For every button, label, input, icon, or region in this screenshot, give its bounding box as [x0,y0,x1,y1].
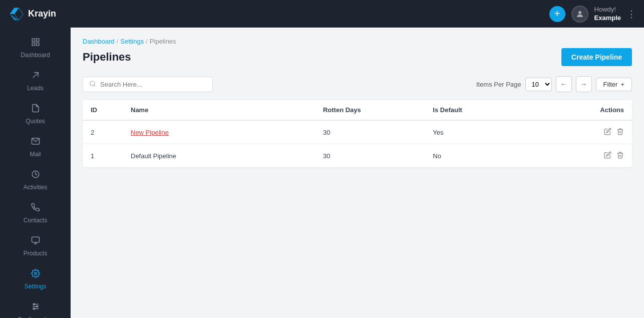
sidebar: Dashboard Leads Quotes Mail Activities [0,28,71,318]
search-icon [89,80,96,89]
contacts-icon [31,203,40,214]
main-layout: Dashboard Leads Quotes Mail Activities [0,28,644,318]
filter-plus-icon: + [620,81,624,88]
header-right: + Howdy! Example ⋮ [549,6,636,23]
col-header-actions: Actions [535,100,632,120]
sidebar-label-products: Products [24,250,47,257]
main-content: Dashboard / Settings / Pipelines Pipelin… [71,28,644,318]
sidebar-item-activities[interactable]: Activities [0,164,71,197]
items-per-page-label: Items Per Page [476,81,521,88]
breadcrumb-sep-2: / [146,38,148,45]
filter-button[interactable]: Filter + [596,78,632,91]
sidebar-item-configuration[interactable]: Configuration [0,296,71,318]
sidebar-item-dashboard[interactable]: Dashboard [0,32,71,65]
leads-icon [31,71,40,82]
avatar [571,6,588,23]
breadcrumb-sep-1: / [117,38,119,45]
sidebar-label-mail: Mail [30,151,41,158]
products-icon [31,236,40,247]
pagination-controls: Items Per Page 10 25 50 ← → Filter + [476,76,632,92]
sidebar-label-quotes: Quotes [26,118,45,125]
cell-actions [535,144,632,168]
cell-is-default: Yes [425,120,534,144]
create-pipeline-button[interactable]: Create Pipeline [561,48,632,66]
prev-page-button[interactable]: ← [556,76,572,92]
items-per-page-select[interactable]: 10 25 50 [525,78,552,91]
cell-actions [535,120,632,144]
activities-icon [31,170,40,181]
svg-rect-7 [36,43,39,46]
delete-icon[interactable] [616,151,624,160]
col-header-id: ID [83,100,123,120]
filter-label: Filter [603,81,618,88]
svg-point-19 [36,306,38,307]
breadcrumb-dashboard[interactable]: Dashboard [83,38,115,45]
sidebar-item-quotes[interactable]: Quotes [0,98,71,131]
page-title: Pipelines [83,51,131,64]
edit-icon[interactable] [604,151,611,160]
breadcrumb-settings[interactable]: Settings [120,38,144,45]
svg-point-20 [33,308,35,309]
delete-icon[interactable] [616,128,624,137]
cell-rotten-days: 30 [315,120,425,144]
settings-icon [31,269,40,280]
cell-name: Default Pipeline [123,144,315,168]
sidebar-item-leads[interactable]: Leads [0,65,71,98]
add-button[interactable]: + [549,6,565,22]
page-header: Pipelines Create Pipeline [83,48,632,66]
sidebar-item-products[interactable]: Products [0,230,71,263]
svg-rect-11 [32,237,39,242]
svg-rect-4 [32,39,35,41]
sidebar-label-contacts: Contacts [24,217,47,224]
user-info: Howdy! Example [594,6,621,23]
cell-rotten-days: 30 [315,144,425,168]
svg-point-18 [33,303,35,305]
svg-rect-6 [32,43,35,46]
toolbar: Items Per Page 10 25 50 ← → Filter + [83,76,632,92]
cell-name[interactable]: New Pipeline [123,120,315,144]
col-header-name: Name [123,100,315,120]
howdy-text: Howdy! [594,6,621,14]
more-options-icon[interactable]: ⋮ [627,9,636,20]
sidebar-label-activities: Activities [24,184,47,191]
logo: Krayin [8,6,56,22]
cell-id: 1 [83,144,123,168]
sidebar-item-mail[interactable]: Mail [0,131,71,164]
col-header-rotten-days: Rotten Days [315,100,425,120]
search-box [83,77,213,92]
sidebar-label-configuration: Configuration [18,316,53,318]
logo-text: Krayin [28,9,56,19]
edit-icon[interactable] [604,128,611,137]
search-input[interactable] [100,81,206,88]
mail-icon [31,137,40,148]
table-header-row: ID Name Rotten Days Is Default Actions [83,100,632,120]
next-page-button[interactable]: → [576,76,592,92]
quotes-icon [31,104,40,115]
table-row: 2New Pipeline30Yes [83,120,632,144]
dashboard-icon [31,38,40,49]
svg-point-14 [34,272,37,275]
sidebar-label-dashboard: Dashboard [21,52,50,59]
sidebar-item-contacts[interactable]: Contacts [0,197,71,230]
sidebar-label-settings: Settings [25,283,46,290]
breadcrumb: Dashboard / Settings / Pipelines [83,38,632,45]
col-header-is-default: Is Default [425,100,534,120]
cell-is-default: No [425,144,534,168]
svg-point-3 [578,11,581,14]
table-row: 1Default Pipeline30No [83,144,632,168]
cell-id: 2 [83,120,123,144]
svg-rect-5 [36,39,39,41]
krayin-logo-icon [8,6,24,22]
breadcrumb-current: Pipelines [150,38,176,45]
svg-point-24 [90,81,95,85]
user-name: Example [594,14,621,23]
pipeline-name-link[interactable]: New Pipeline [131,129,169,136]
svg-line-25 [94,85,96,86]
sidebar-label-leads: Leads [27,85,44,92]
svg-line-8 [33,73,38,78]
configuration-icon [31,302,40,313]
pipelines-table: ID Name Rotten Days Is Default Actions 2… [83,100,632,167]
sidebar-item-settings[interactable]: Settings [0,263,71,296]
top-header: Krayin + Howdy! Example ⋮ [0,0,644,28]
